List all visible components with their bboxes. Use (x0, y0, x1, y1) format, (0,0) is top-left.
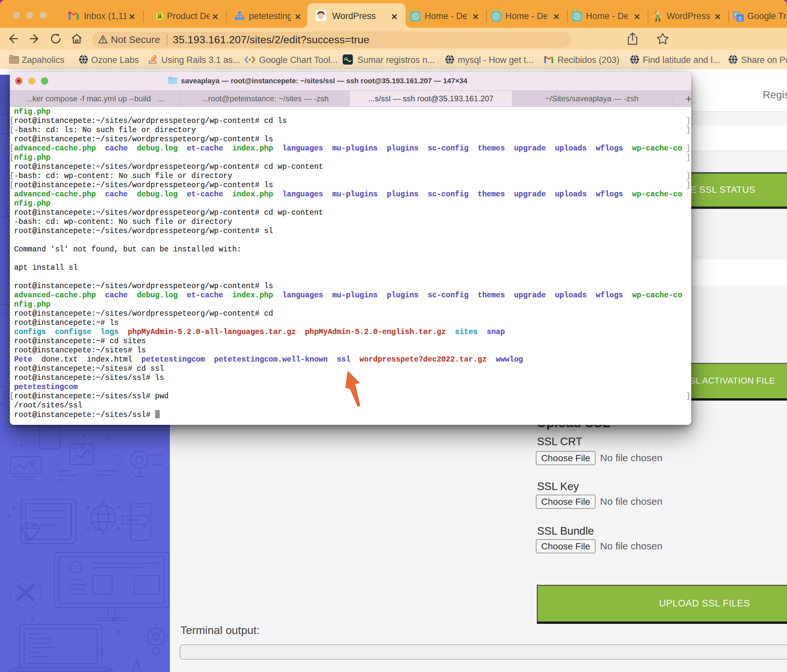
svg-text:文: 文 (738, 16, 743, 21)
svg-text:R: R (414, 14, 417, 19)
svg-text:R: R (575, 14, 578, 19)
svg-text:R: R (495, 14, 498, 19)
